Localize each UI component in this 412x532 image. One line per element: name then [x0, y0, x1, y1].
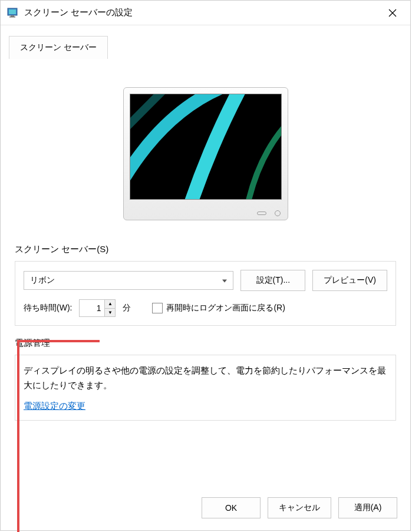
tab-screensaver[interactable]: スクリーン セーバー	[9, 36, 108, 59]
ok-button[interactable]: OK	[202, 497, 261, 518]
close-icon	[388, 9, 397, 17]
svg-rect-3	[9, 16, 15, 18]
spinner-up[interactable]: ▲	[105, 300, 115, 309]
preview-button[interactable]: プレビュー(V)	[312, 270, 387, 291]
screensaver-dropdown[interactable]: リボン	[24, 271, 233, 290]
screensaver-group: リボン 設定(T)... プレビュー(V) 待ち時間(W): ▲ ▼ 分 再開時	[15, 261, 396, 326]
wait-time-label: 待ち時間(W):	[24, 303, 72, 313]
monitor-decoration	[275, 210, 281, 216]
settings-button[interactable]: 設定(T)...	[240, 270, 305, 291]
monitor-decoration	[257, 212, 266, 215]
resume-checkbox[interactable]	[152, 303, 163, 313]
resume-checkbox-label: 再開時にログオン画面に戻る(R)	[166, 303, 285, 313]
titlebar: スクリーン セーバーの設定	[1, 1, 410, 25]
power-description: ディスプレイの明るさや他の電源の設定を調整して、電力を節約したりパフォーマンスを…	[24, 364, 387, 392]
power-group: ディスプレイの明るさや他の電源の設定を調整して、電力を節約したりパフォーマンスを…	[15, 355, 396, 421]
dialog-button-row: OK キャンセル 適用(A)	[202, 497, 397, 518]
monitor-frame	[123, 87, 288, 220]
resume-checkbox-wrap[interactable]: 再開時にログオン画面に戻る(R)	[152, 303, 285, 313]
power-group-label: 電源管理	[15, 338, 396, 349]
tab-strip: スクリーン セーバー	[1, 25, 410, 59]
window-title: スクリーン セーバーの設定	[24, 7, 381, 18]
annotation-line	[17, 340, 19, 532]
svg-rect-2	[11, 15, 14, 16]
power-settings-link[interactable]: 電源設定の変更	[24, 401, 85, 411]
annotation-line	[17, 340, 100, 342]
screensaver-group-label: スクリーン セーバー(S)	[15, 244, 396, 255]
wait-time-unit: 分	[123, 303, 131, 313]
screensaver-selected: リボン	[30, 275, 55, 286]
svg-rect-1	[9, 9, 16, 14]
preview-area	[15, 87, 396, 220]
spinner-down[interactable]: ▼	[105, 309, 115, 317]
wait-time-spinner[interactable]: ▲ ▼	[79, 299, 116, 317]
close-button[interactable]	[381, 1, 404, 25]
apply-button[interactable]: 適用(A)	[338, 497, 397, 518]
monitor-icon	[6, 6, 19, 19]
content-area: スクリーン セーバー(S) リボン 設定(T)... プレビュー(V) 待ち時間…	[1, 59, 410, 444]
cancel-button[interactable]: キャンセル	[268, 497, 331, 518]
screensaver-preview	[130, 94, 282, 200]
wait-time-input[interactable]	[80, 300, 104, 316]
screensaver-settings-window: スクリーン セーバーの設定 スクリーン セーバー	[0, 0, 411, 531]
